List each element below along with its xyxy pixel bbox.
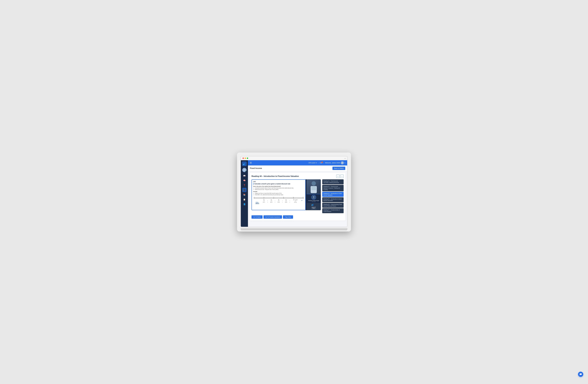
main-content: ☰ CFA Level I ▾ | Cart 1 | bbox=[248, 160, 347, 227]
chat-bubble-button[interactable] bbox=[578, 372, 583, 377]
go-to-notes-button[interactable]: Go To Notes bbox=[252, 215, 263, 219]
sidebar-item-library[interactable]: 📚 bbox=[242, 193, 247, 197]
svg-rect-1 bbox=[244, 163, 245, 165]
svg-rect-7 bbox=[312, 204, 312, 206]
professor-video-panel: Professor James Forjan PhD, CFA bbox=[307, 179, 321, 210]
sidebar-logo[interactable] bbox=[242, 161, 247, 166]
nav-divider: | bbox=[318, 162, 318, 164]
video-placeholder bbox=[307, 179, 321, 194]
sidebar-user-avatar[interactable]: JS bbox=[242, 168, 247, 172]
page-header: Fixed Income Back to Videos bbox=[248, 165, 347, 171]
slide-example-bullet-2: If the RRR = 6%, determine the bonds pri… bbox=[255, 194, 304, 196]
reading-list: Reading 42 – Fixed-Income Securities: De… bbox=[322, 179, 344, 214]
app-layout: JS 📖 🧠 ❓ 🎓 📚 📋 📘 ☰ bbox=[241, 160, 347, 227]
slide-heading: Calculate a bond's price given a market … bbox=[253, 183, 304, 185]
slide-bullet-1: Calculate the present value of future ca… bbox=[255, 187, 304, 189]
reading-item-44[interactable]: Reading 44 – Introduction to Fixed-Incom… bbox=[322, 192, 344, 197]
sidebar-item-brain[interactable]: 🧠 bbox=[242, 178, 247, 182]
next-reading-button[interactable]: › bbox=[340, 175, 344, 178]
reading-item-45[interactable]: Reading 45 – Introduction to Asset-Backe… bbox=[322, 197, 344, 202]
title-bar: ≡ bbox=[241, 156, 347, 160]
slide-example-bullet-1: Suppose we have a 5-year bond with annua… bbox=[255, 193, 304, 194]
window-menu-icon[interactable]: ≡ bbox=[345, 158, 346, 159]
user-menu[interactable]: Welcome, James Smith JS ▾ bbox=[325, 161, 345, 164]
analyst-prep-logo: ANALYST —PREP— AnalystPrep.com bbox=[310, 203, 317, 210]
formula-table: $51.061 + $51.062 + $51.063 + $51.064 bbox=[253, 199, 304, 204]
sidebar-item-clipboard[interactable]: 📋 bbox=[242, 197, 247, 202]
user-avatar-icon: JS bbox=[341, 161, 344, 164]
professor-video bbox=[307, 179, 321, 194]
svg-rect-0 bbox=[243, 164, 244, 165]
video-main: LOS Calculate a bond's price given a mar… bbox=[252, 179, 321, 214]
sidebar: JS 📖 🧠 ❓ 🎓 📚 📋 📘 bbox=[241, 160, 248, 227]
professor-info: Professor James Forjan PhD, CFA bbox=[307, 194, 321, 203]
svg-point-6 bbox=[313, 196, 314, 198]
go-to-practice-button[interactable]: Go To Practice Questions bbox=[264, 215, 282, 219]
slide-example-bullets: Suppose we have a 5-year bond with annua… bbox=[255, 193, 304, 196]
user-chevron-icon: ▾ bbox=[345, 162, 345, 164]
level-selector[interactable]: CFA Level I ▾ bbox=[309, 162, 317, 164]
slide-panel: LOS Calculate a bond's price given a mar… bbox=[252, 179, 306, 210]
video-player-container: LOS Calculate a bond's price given a mar… bbox=[252, 179, 344, 214]
reading-item-43[interactable]: Reading 43 – Fixed-Income Markets: Issua… bbox=[322, 185, 344, 191]
curve-arrow-icon: ↩ bbox=[300, 199, 304, 202]
slide-los: LOS bbox=[253, 181, 304, 182]
flag-video-button[interactable]: Flag Video bbox=[283, 215, 293, 219]
ap-logo-text: ANALYST bbox=[311, 207, 316, 208]
laptop-screen: ≡ JS 📖 bbox=[241, 156, 347, 227]
top-navigation: ☰ CFA Level I ▾ | Cart 1 | bbox=[248, 160, 347, 165]
back-to-videos-button[interactable]: Back to Videos bbox=[333, 167, 345, 170]
reading-item-42[interactable]: Reading 42 – Fixed-Income Securities: De… bbox=[322, 179, 344, 184]
prev-reading-button[interactable]: ‹ bbox=[336, 175, 339, 178]
professor-name: Professor James Forjan bbox=[307, 200, 320, 201]
maximize-button[interactable] bbox=[247, 158, 248, 159]
svg-rect-8 bbox=[312, 204, 313, 206]
slide-question: How's the price of an option-free bond d… bbox=[253, 186, 304, 187]
action-buttons: Go To Notes Go To Practice Questions Fla… bbox=[252, 215, 344, 219]
page-title: Fixed Income bbox=[250, 167, 262, 169]
video-card-header: Reading 44 – Introduction to Fixed-Incom… bbox=[252, 175, 344, 178]
laptop-shell: ≡ JS 📖 bbox=[237, 153, 351, 231]
professor-credential: PhD, CFA bbox=[307, 201, 320, 202]
laptop-base bbox=[241, 228, 347, 230]
slide-bullets: Calculate the present value of future ca… bbox=[255, 187, 304, 190]
level-chevron-icon: ▾ bbox=[316, 162, 317, 164]
online-status-dot bbox=[245, 171, 247, 172]
hamburger-menu[interactable]: ☰ bbox=[250, 161, 252, 164]
close-button[interactable] bbox=[242, 158, 244, 159]
slide-example-label: Example bbox=[253, 191, 304, 192]
slide-video-wrapper: LOS Calculate a bond's price given a mar… bbox=[252, 179, 321, 210]
reading-item-47[interactable]: Reading 47 – Fundamentals of Credit Anal… bbox=[322, 208, 344, 213]
level-label: CFA Level I bbox=[309, 162, 316, 164]
welcome-text: Welcome, James Smith bbox=[325, 162, 340, 164]
nav-divider-2: | bbox=[324, 162, 324, 164]
reading-nav-arrows: ‹ › bbox=[336, 175, 344, 178]
slide-timeline: 0 1 2 3 4 5 bbox=[253, 197, 304, 204]
reading-item-46[interactable]: Reading 46 – Understanding Fixed-Income … bbox=[322, 203, 344, 208]
svg-rect-2 bbox=[245, 163, 245, 165]
professor-avatar-icon bbox=[311, 195, 316, 200]
video-card: Reading 44 – Introduction to Fixed-Incom… bbox=[250, 173, 346, 221]
content-area: Reading 44 – Introduction to Fixed-Incom… bbox=[248, 171, 347, 227]
svg-rect-5 bbox=[311, 186, 316, 190]
minimize-button[interactable] bbox=[245, 158, 246, 159]
cart-button[interactable]: Cart 1 bbox=[320, 162, 322, 164]
ap-url: AnalystPrep.com bbox=[311, 209, 316, 209]
video-card-title: Reading 44 – Introduction to Fixed-Incom… bbox=[252, 175, 299, 177]
price-result: $95.79 bbox=[255, 203, 259, 204]
slide-bullet-2: Market discount rate = Required rate of … bbox=[255, 189, 304, 190]
nav-right: CFA Level I ▾ | Cart 1 | Welcome, James … bbox=[309, 161, 345, 164]
svg-point-3 bbox=[312, 181, 316, 185]
sidebar-item-book[interactable]: 📖 bbox=[242, 174, 247, 178]
sidebar-item-help[interactable]: ❓ bbox=[242, 183, 247, 187]
sidebar-item-graduation[interactable]: 🎓 bbox=[242, 188, 247, 192]
sidebar-item-bookmarks[interactable]: 📘 bbox=[242, 202, 247, 206]
cart-badge: 1 bbox=[321, 161, 323, 163]
ap-logo-text-2: —PREP— bbox=[311, 208, 316, 209]
svg-rect-9 bbox=[313, 204, 314, 206]
